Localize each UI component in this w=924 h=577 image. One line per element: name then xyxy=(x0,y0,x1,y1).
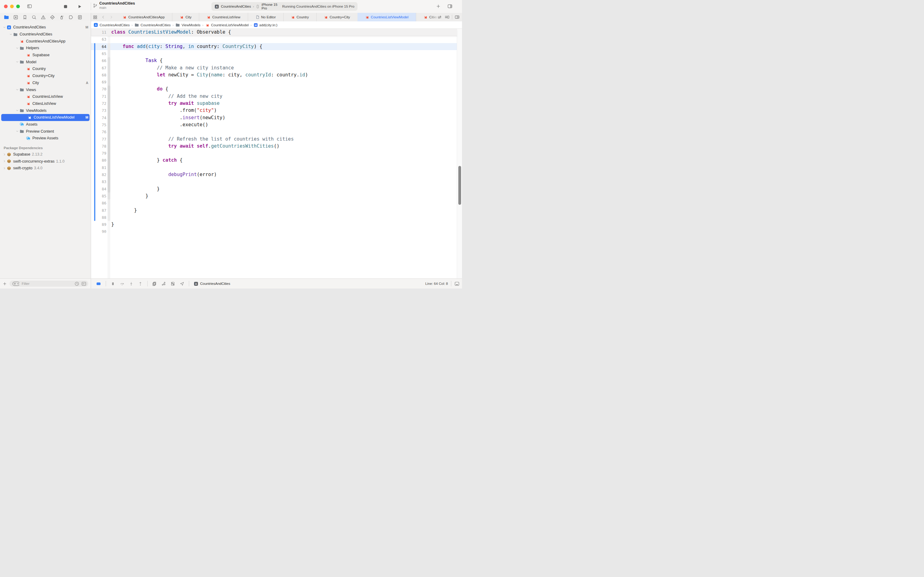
project-navigator-icon[interactable] xyxy=(4,15,9,20)
sidebar-item-country-city[interactable]: Country+City xyxy=(0,73,91,79)
disclosure-chevron-icon[interactable] xyxy=(15,88,19,91)
sccm-status-icon[interactable] xyxy=(81,281,87,286)
editor-options-icon[interactable] xyxy=(444,15,449,19)
disclosure-chevron-icon[interactable] xyxy=(15,60,19,64)
sidebar-item-supabase[interactable]: Supabase xyxy=(0,52,91,59)
activity-view[interactable]: A CountriesAndCities › iPhone 15 Pro Run… xyxy=(211,2,357,11)
disclosure-chevron-icon[interactable] xyxy=(2,153,6,156)
tab-country[interactable]: Country xyxy=(283,13,316,21)
environment-overrides-icon[interactable] xyxy=(171,282,175,286)
code-line[interactable]: 68 let newCity = City(name: city, countr… xyxy=(91,71,457,79)
code-line[interactable]: 66 Task { xyxy=(91,57,457,64)
code-line[interactable]: 76 xyxy=(91,128,457,135)
sidebar-item-preview-content[interactable]: Preview Content xyxy=(0,128,91,135)
code-line[interactable]: 82 debugPrint(error) xyxy=(91,171,457,178)
hide-debug-area-icon[interactable] xyxy=(96,281,101,286)
scheme-name[interactable]: CountriesAndCities xyxy=(221,5,251,8)
tab-countriesandcitiesapp[interactable]: CountriesAndCitiesApp xyxy=(115,13,172,21)
running-process[interactable]: A CountriesAndCities xyxy=(194,282,230,286)
add-file-icon[interactable] xyxy=(2,282,7,286)
code-line[interactable]: 90 xyxy=(91,228,457,235)
source-editor[interactable]: 11class CountriesListViewModel: Observab… xyxy=(91,29,462,279)
recent-files-icon[interactable] xyxy=(74,281,79,286)
code-line[interactable]: 87 } xyxy=(91,207,457,214)
sidebar-item-helpers[interactable]: Helpers xyxy=(0,45,91,52)
step-out-icon[interactable] xyxy=(138,282,143,286)
run-button[interactable] xyxy=(77,4,82,9)
breakpoints-icon[interactable] xyxy=(68,15,73,20)
step-over-icon[interactable] xyxy=(120,282,124,286)
simulate-location-icon[interactable] xyxy=(180,282,184,286)
step-into-icon[interactable] xyxy=(129,282,134,286)
disclosure-chevron-icon[interactable] xyxy=(2,166,6,170)
sidebar-item-preview-assets[interactable]: Preview Assets xyxy=(0,135,91,142)
package-item-supabase[interactable]: Supabase2.13.2 xyxy=(0,151,91,158)
issues-icon[interactable] xyxy=(41,15,46,20)
filter-field[interactable] xyxy=(10,280,88,287)
close-window-button[interactable] xyxy=(4,5,8,8)
find-icon[interactable] xyxy=(31,15,37,20)
view-hierarchy-icon[interactable] xyxy=(152,282,157,286)
toggle-inspector-icon[interactable] xyxy=(448,4,452,9)
sidebar-item-country[interactable]: Country xyxy=(0,65,91,73)
disclosure-chevron-icon[interactable] xyxy=(15,47,19,50)
tab-no-editor[interactable]: No Editor xyxy=(248,13,283,21)
vertical-scrollbar[interactable] xyxy=(457,29,462,279)
sidebar-item-countrieslistviewmodel[interactable]: CountriesListViewModelM xyxy=(1,114,90,121)
go-forward-icon[interactable] xyxy=(107,13,115,21)
code-line[interactable]: 77 // Refresh the list of countries with… xyxy=(91,136,457,143)
sidebar-item-model[interactable]: Model xyxy=(0,58,91,65)
sidebar-item-assets[interactable]: Assets xyxy=(0,121,91,128)
debug-gauge-icon[interactable] xyxy=(59,15,64,20)
breadcrumb-item[interactable]: Madd(city:in:) xyxy=(254,23,277,27)
tests-icon[interactable] xyxy=(50,15,55,20)
code-line[interactable]: 89} xyxy=(91,221,457,228)
disclosure-chevron-icon[interactable] xyxy=(2,160,6,163)
sidebar-item-countriesandcitiesapp[interactable]: CountriesAndCitiesApp xyxy=(0,38,91,45)
code-line[interactable]: 73 .from("city") xyxy=(91,107,457,114)
breadcrumb-item[interactable]: CountriesListViewModel xyxy=(205,23,249,27)
package-item-swift-crypto[interactable]: swift-crypto3.4.0 xyxy=(0,165,91,172)
stop-button[interactable] xyxy=(63,4,68,9)
code-line[interactable]: 72 try await supabase xyxy=(91,100,457,107)
code-line[interactable]: 64 func add(city: String, in country: Co… xyxy=(91,43,457,50)
disclosure-chevron-icon[interactable] xyxy=(15,109,19,112)
zoom-window-button[interactable] xyxy=(16,5,20,8)
tab-countrieslistviewmodel[interactable]: CountriesListViewModel xyxy=(357,13,416,21)
tab-country-city[interactable]: Country+City xyxy=(316,13,357,21)
code-line[interactable]: 74 .insert(newCity) xyxy=(91,114,457,121)
disclosure-chevron-icon[interactable] xyxy=(9,33,13,36)
filter-input[interactable] xyxy=(21,282,72,286)
sidebar-item-city[interactable]: CityA xyxy=(0,79,91,87)
add-tab-icon[interactable] xyxy=(436,4,441,9)
breadcrumb-item[interactable]: CountriesAndCities xyxy=(134,23,171,27)
pause-execution-icon[interactable] xyxy=(111,282,115,286)
disclosure-chevron-icon[interactable] xyxy=(15,130,19,133)
tab-city[interactable]: City xyxy=(172,13,199,21)
sidebar-item-countriesandcities[interactable]: CountriesAndCities xyxy=(0,31,91,38)
code-line[interactable]: 69 xyxy=(91,79,457,85)
sidebar-item-citieslistview[interactable]: CitiesListView xyxy=(0,100,91,107)
code-line[interactable]: 63 xyxy=(91,36,457,43)
breadcrumb-item[interactable]: ViewModels xyxy=(175,23,200,27)
sidebar-item-countrieslistview[interactable]: CountriesListView xyxy=(0,93,91,100)
code-line[interactable]: 79 xyxy=(91,150,457,157)
go-back-icon[interactable] xyxy=(99,13,107,21)
code-line[interactable]: 83 xyxy=(91,178,457,185)
package-item-swift-concurrency-extras[interactable]: swift-concurrency-extras1.1.0 xyxy=(0,158,91,165)
code-review-icon[interactable] xyxy=(437,15,442,19)
code-line[interactable]: 88 xyxy=(91,214,457,221)
code-line[interactable]: 75 .execute() xyxy=(91,121,457,128)
code-line[interactable]: 81 xyxy=(91,164,457,171)
sidebar-item-viewmodels[interactable]: ViewModels xyxy=(0,107,91,114)
code-line[interactable]: 86 xyxy=(91,200,457,206)
code-line[interactable]: 78 try await self.getCountriesWithCities… xyxy=(91,143,457,150)
toggle-navigator-icon[interactable] xyxy=(27,4,32,9)
sidebar-item-views[interactable]: Views xyxy=(0,86,91,93)
source-control-icon[interactable] xyxy=(13,15,18,20)
tab-countrieslistview[interactable]: CountriesListView xyxy=(199,13,248,21)
run-destination[interactable]: iPhone 15 Pro xyxy=(262,3,280,10)
scrollbar-thumb[interactable] xyxy=(458,166,461,205)
code-line[interactable]: 84 } xyxy=(91,185,457,193)
code-line[interactable]: 71 // Add the new city xyxy=(91,93,457,100)
